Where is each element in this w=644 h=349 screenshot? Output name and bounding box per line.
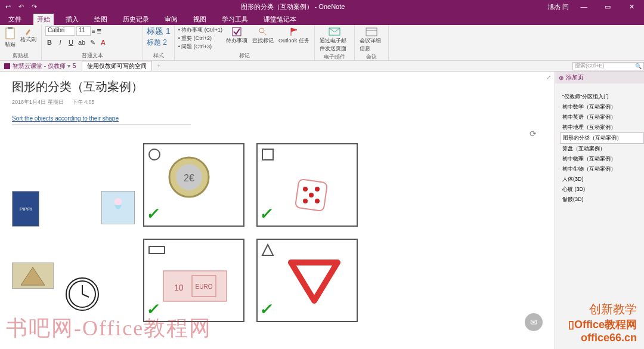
format-painter-button[interactable]: 格式刷 xyxy=(19,26,38,44)
minimize-button[interactable]: — xyxy=(575,3,593,10)
tag-gallery[interactable]: 待办事项 (Ctrl+1) 重要 (Ctrl+2) 问题 (Ctrl+3) xyxy=(178,26,222,51)
triangle-hint-icon xyxy=(261,243,274,257)
sidebar-page-item[interactable]: 初中地理（互动案例） xyxy=(560,122,644,132)
svg-point-20 xyxy=(303,187,308,192)
dropbox-circle[interactable]: 2€ ✓ xyxy=(143,143,244,227)
obj-euro-coin[interactable]: 2€ xyxy=(168,156,210,198)
email-page-button[interactable]: 通过电子邮件发送页面 xyxy=(318,26,351,53)
page-title[interactable]: 图形的分类（互动案例） xyxy=(12,79,543,95)
italic-button[interactable]: I xyxy=(56,39,64,47)
redo-icon[interactable]: ↷ xyxy=(30,2,38,11)
svg-point-9 xyxy=(114,198,122,205)
activity-link[interactable]: Sort the objects according to their shap… xyxy=(12,115,119,122)
tab-review[interactable]: 审阅 xyxy=(161,14,181,25)
group-label-font: 普通文本 xyxy=(45,52,139,60)
font-color-button[interactable]: A xyxy=(99,39,107,47)
bold-button[interactable]: B xyxy=(45,39,54,47)
sidebar-page-item[interactable]: 算盘（互动案例） xyxy=(560,144,644,154)
check-icon: ✓ xyxy=(145,205,161,223)
user-name[interactable]: 旭杰 闫 xyxy=(547,2,569,11)
sidebar-page-item[interactable]: 心脏 (3D) xyxy=(560,184,644,194)
sidebar-page-item[interactable]: 初中物理（互动案例） xyxy=(560,154,644,164)
section-count: 5 xyxy=(73,63,76,69)
thumb-pippi-book[interactable]: PIPPI xyxy=(12,191,39,227)
section-tab[interactable]: 使用仅教师可写的空间 xyxy=(82,61,152,71)
expand-icon[interactable]: ⤢ xyxy=(546,74,551,81)
notebook-row: 智慧云课堂 - 仅教师 ▾ 5 使用仅教师可写的空间 + 搜索(Ctrl+E) … xyxy=(0,61,644,72)
find-tags-button[interactable]: 查找标记 xyxy=(251,26,275,45)
circle-hint-icon xyxy=(148,148,161,161)
tab-home[interactable]: 开始 xyxy=(33,14,54,25)
svg-rect-25 xyxy=(149,246,165,254)
clipboard-icon xyxy=(5,27,16,40)
underline-button[interactable]: U xyxy=(67,39,75,47)
outlook-tasks-button[interactable]: Outlook 任务 xyxy=(277,26,311,45)
calendar-icon xyxy=(366,27,377,36)
style-heading2[interactable]: 标题 2 xyxy=(147,38,171,48)
tab-history[interactable]: 历史记录 xyxy=(119,14,153,25)
tab-learn[interactable]: 学习工具 xyxy=(218,14,252,25)
dropbox-square[interactable]: ✓ xyxy=(256,143,358,227)
sidebar-page-item[interactable]: 图形的分类（互动案例） xyxy=(560,132,644,144)
obj-yield-sign[interactable] xyxy=(287,258,341,305)
strike-button[interactable]: ab xyxy=(78,39,86,47)
thumb-pyramid[interactable] xyxy=(12,262,54,289)
thumb-clock[interactable] xyxy=(66,277,99,311)
tab-class[interactable]: 课堂笔记本 xyxy=(260,14,300,25)
refresh-icon[interactable]: ⟳ xyxy=(530,129,537,138)
svg-rect-0 xyxy=(6,28,14,39)
search-icon: 🔍 xyxy=(635,63,642,69)
sidebar-page-item[interactable]: 骷髅(3D) xyxy=(560,194,644,205)
group-label-styles: 样式 xyxy=(147,52,171,60)
add-page-button[interactable]: ⊕ 添加页 xyxy=(555,72,644,84)
check-icon: ✓ xyxy=(258,205,274,223)
sidebar-page-item[interactable]: 人体(3D) xyxy=(560,174,644,184)
svg-rect-18 xyxy=(262,149,273,160)
sidebar-page-item[interactable]: 初中生物（互动案例） xyxy=(560,164,644,174)
group-label-clipboard: 剪贴板 xyxy=(4,52,38,60)
tab-draw[interactable]: 绘图 xyxy=(91,14,111,25)
check-icon: ✓ xyxy=(145,300,161,319)
svg-text:2€: 2€ xyxy=(184,173,194,183)
page-date: 2018年1月4日 星期日 下午 4:05 xyxy=(12,98,543,106)
highlight-button[interactable]: ✎ xyxy=(88,39,97,47)
group-label-tags: 标记 xyxy=(178,52,311,60)
svg-point-21 xyxy=(315,187,320,192)
style-heading1[interactable]: 标题 1 xyxy=(147,26,171,37)
number-list-icon[interactable]: ≣ xyxy=(97,28,101,35)
bullet-list-icon[interactable]: ≡ xyxy=(92,28,95,35)
paste-button[interactable]: 粘贴 xyxy=(4,26,17,49)
sidebar-page-item[interactable]: "仅教师"分区组入门 xyxy=(560,92,644,102)
font-name-select[interactable]: Calibri xyxy=(45,26,75,36)
meeting-details-button[interactable]: 会议详细信息 xyxy=(358,26,385,53)
todo-button[interactable]: 待办事项 xyxy=(225,26,249,45)
ribbon: 粘贴 格式刷 剪贴板 Calibri 11 ≡ ≣ B I U ab ✎ A xyxy=(0,25,644,61)
thumb-frozen[interactable] xyxy=(101,191,135,224)
svg-text:10: 10 xyxy=(174,283,184,292)
dropbox-triangle[interactable]: ✓ xyxy=(256,239,358,322)
email-icon xyxy=(329,27,340,36)
divider xyxy=(12,124,191,125)
sidebar-page-item[interactable]: 初中英语（互动案例） xyxy=(560,112,644,122)
back-icon[interactable]: ↩ xyxy=(4,2,12,11)
add-section-button[interactable]: + xyxy=(154,63,163,69)
tab-insert[interactable]: 插入 xyxy=(62,14,82,25)
dropbox-rectangle[interactable]: 10EURO ✓ xyxy=(143,239,244,322)
font-size-select[interactable]: 11 xyxy=(76,26,91,36)
sidebar-page-item[interactable]: 初中数学（互动案例） xyxy=(560,102,644,112)
tab-file[interactable]: 文件 xyxy=(5,14,25,25)
restore-button[interactable]: ▭ xyxy=(599,3,617,11)
tab-view[interactable]: 视图 xyxy=(190,14,210,25)
page-list: "仅教师"分区组入门初中数学（互动案例）初中英语（互动案例）初中地理（互动案例）… xyxy=(555,84,644,205)
search-input[interactable]: 搜索(Ctrl+E) 🔍 xyxy=(572,62,644,70)
undo-icon[interactable]: ↶ xyxy=(17,2,25,11)
notebook-selector[interactable]: 智慧云课堂 - 仅教师 ▾ xyxy=(4,62,70,70)
window-title: 图形的分类（互动案例） - OneNote xyxy=(38,2,547,11)
obj-dice[interactable] xyxy=(293,177,329,213)
flag-icon xyxy=(289,27,299,36)
obj-banknote[interactable]: 10EURO xyxy=(162,270,228,302)
close-button[interactable]: ✕ xyxy=(623,3,640,11)
page-canvas[interactable]: ⤢ 图形的分类（互动案例） 2018年1月4日 星期日 下午 4:05 Sort… xyxy=(0,72,555,349)
svg-point-14 xyxy=(149,149,160,160)
plus-icon: ⊕ xyxy=(559,75,564,81)
